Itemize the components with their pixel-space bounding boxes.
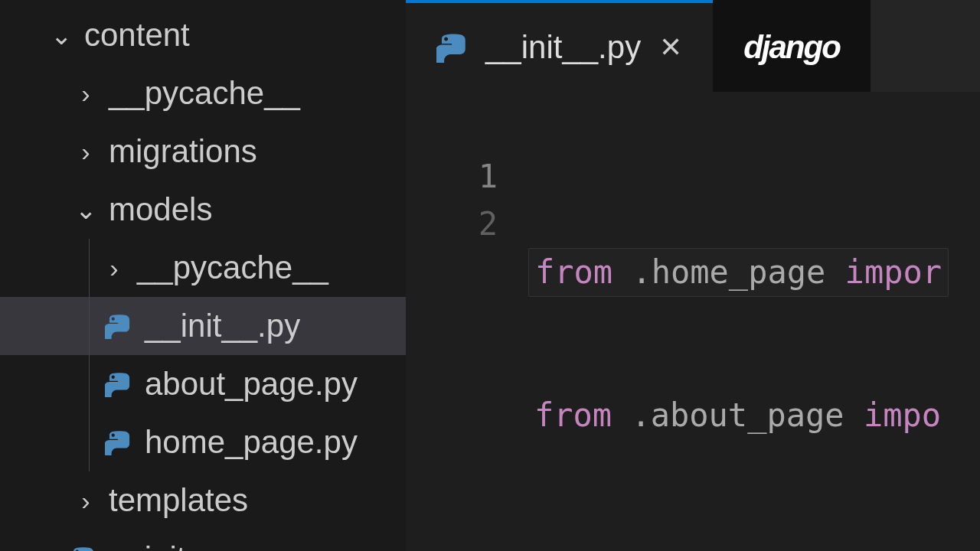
- folder-label: __pycache__: [109, 75, 300, 112]
- folder-label: templates: [109, 482, 248, 519]
- folder-label: models: [109, 191, 212, 228]
- chevron-right-icon: ›: [77, 486, 95, 516]
- file-label: home_page.py: [145, 424, 358, 461]
- folder-label: content: [84, 17, 190, 54]
- django-logo: django: [743, 29, 840, 66]
- code-content[interactable]: from .home_page impor from .about_page i…: [528, 153, 949, 551]
- code-editor[interactable]: 1 2 from .home_page impor from .about_pa…: [406, 92, 980, 551]
- folder-templates[interactable]: › templates: [0, 471, 406, 530]
- line-number: 1: [406, 153, 498, 201]
- close-icon[interactable]: ✕: [659, 34, 682, 61]
- folder-label: migrations: [109, 133, 257, 170]
- folder-content[interactable]: ⌄ content: [0, 6, 406, 64]
- line-number-gutter: 1 2: [406, 153, 528, 551]
- python-file-icon: [105, 313, 131, 339]
- folder-pycache-nested[interactable]: › __pycache__: [0, 239, 406, 297]
- editor-area: __init__.py ✕ django 1 2 from .home_page…: [406, 0, 980, 551]
- chevron-right-icon: ›: [77, 137, 95, 167]
- file-about-page-py[interactable]: about_page.py: [0, 355, 406, 413]
- python-file-icon: [105, 429, 131, 455]
- file-label: __init__.py: [145, 308, 300, 344]
- chevron-right-icon: ›: [77, 79, 95, 109]
- file-init-py-outer[interactable]: __init__.py: [0, 530, 406, 551]
- file-explorer-sidebar: ⌄ content › __pycache__ › migrations ⌄ m…: [0, 0, 406, 551]
- python-file-icon: [105, 371, 131, 397]
- file-label: __init__.py: [109, 540, 264, 551]
- python-file-icon: [436, 32, 467, 63]
- folder-migrations[interactable]: › migrations: [0, 122, 406, 181]
- chevron-down-icon: ⌄: [52, 20, 70, 51]
- code-line[interactable]: from .home_page impor: [528, 248, 949, 297]
- tab-inactive-django[interactable]: django: [713, 0, 871, 92]
- python-file-icon: [69, 546, 95, 551]
- file-home-page-py[interactable]: home_page.py: [0, 413, 406, 471]
- folder-label: __pycache__: [137, 249, 328, 286]
- code-line[interactable]: from .about_page impo: [528, 392, 949, 439]
- chevron-right-icon: ›: [105, 253, 123, 283]
- line-number: 2: [406, 201, 498, 248]
- file-init-py[interactable]: __init__.py: [0, 297, 406, 355]
- tab-label: __init__.py: [485, 29, 641, 66]
- tab-bar: __init__.py ✕ django: [406, 0, 980, 92]
- folder-pycache[interactable]: › __pycache__: [0, 64, 406, 122]
- folder-models[interactable]: ⌄ models: [0, 181, 406, 239]
- file-label: about_page.py: [145, 366, 358, 403]
- chevron-down-icon: ⌄: [77, 194, 95, 225]
- tab-active-init-py[interactable]: __init__.py ✕: [406, 0, 713, 92]
